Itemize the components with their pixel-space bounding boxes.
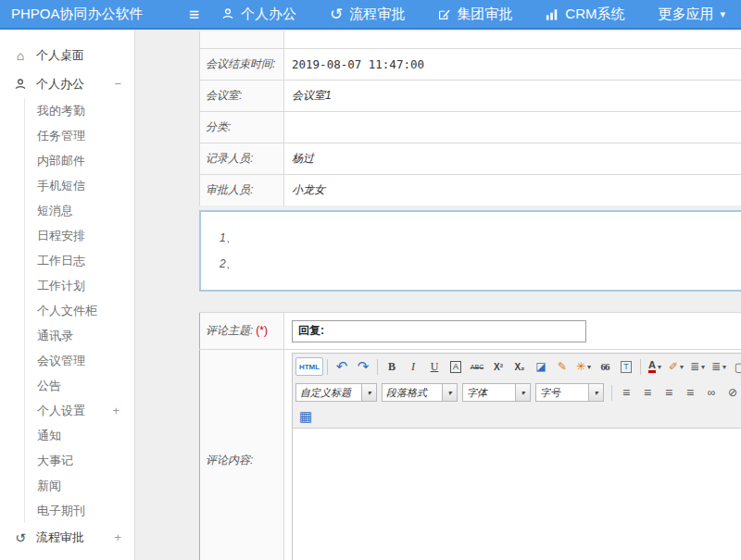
align-center-icon-glyph: ≡	[644, 385, 651, 400]
chevron-down-icon: ▾	[589, 383, 604, 402]
sidebar-item-my-attendance[interactable]: 我的考勤	[25, 98, 134, 123]
collapse-icon[interactable]: −	[114, 77, 125, 91]
row-label: 分类:	[200, 112, 284, 143]
comment-form-table: 评论主题:(*) 评论内容: HTML↶↷BIUAABCX²X₂◪✎✳▾66TA…	[199, 312, 741, 560]
new-page-icon[interactable]: ▢	[730, 357, 741, 376]
nav-personal-office[interactable]: 个人办公	[221, 6, 296, 23]
unordered-list-icon[interactable]: ≣▾	[709, 357, 729, 376]
superscript-icon[interactable]: X²	[488, 357, 509, 376]
sidebar-item-personal-desktop[interactable]: ⌂个人桌面	[0, 41, 134, 69]
sidebar-item-process-approval[interactable]: ↺流程审批+	[0, 523, 134, 552]
sidebar-item-work-plan[interactable]: 工作计划	[25, 273, 134, 298]
toolbar-separator	[611, 385, 612, 401]
subscript-icon-glyph: X₂	[514, 362, 524, 372]
redo-icon-glyph: ↷	[358, 358, 370, 375]
undo-icon-glyph: ↶	[336, 358, 348, 375]
sidebar-item-announcement[interactable]: 公告	[25, 373, 134, 398]
insert-table-icon-glyph: ▦	[299, 408, 312, 425]
sidebar-item-memorabilia[interactable]: 大事记	[25, 448, 134, 473]
insert-table-icon[interactable]: ▦	[295, 407, 316, 426]
app-window: PHPOA协同办公软件 ≡ 个人办公↺流程审批集团审批CRM系统更多应用▾ ⌂个…	[0, 0, 741, 560]
font-family-select-label: 字体	[462, 383, 516, 402]
nav-process-approval[interactable]: ↺流程审批	[330, 6, 405, 23]
paste-text-icon[interactable]: T	[616, 357, 636, 376]
format-painter-icon-glyph: ✎	[558, 360, 567, 373]
sidebar-item-internal-mail[interactable]: 内部邮件	[25, 148, 134, 173]
row-value: 2019-08-07 11:47:00	[284, 49, 741, 81]
blockquote-icon[interactable]: 66	[595, 357, 615, 376]
sidebar-item-schedule[interactable]: 日程安排	[25, 223, 134, 248]
underline-icon[interactable]: U	[424, 357, 445, 376]
align-right-icon[interactable]: ≡	[659, 383, 679, 402]
align-left-icon[interactable]: ≡	[616, 383, 636, 402]
strikethrough-icon[interactable]: ABC	[467, 357, 487, 376]
expand-icon[interactable]: +	[114, 530, 125, 544]
nav-group-approval[interactable]: 集团审批	[438, 6, 512, 23]
sidebar-item-work-log[interactable]: 工作日志	[25, 248, 134, 273]
main-content: 会议结束时间:2019-08-07 11:47:00会议室:会议室1分类:记录人…	[135, 30, 741, 560]
nav-crm-system[interactable]: CRM系统	[546, 6, 624, 23]
sidebar-item-notification[interactable]: 通知	[25, 423, 134, 448]
topbar: PHPOA协同办公软件 ≡ 个人办公↺流程审批集团审批CRM系统更多应用▾	[0, 0, 741, 30]
sidebar-item-work-plan-label: 工作计划	[37, 278, 85, 294]
align-center-icon[interactable]: ≡	[637, 383, 658, 402]
font-color-icon-glyph: A	[648, 360, 656, 373]
highlight-color-icon[interactable]: ✐▾	[666, 357, 686, 376]
chevron-down-icon: ▾	[516, 383, 531, 402]
sidebar-item-meeting-management[interactable]: 会议管理	[25, 348, 134, 373]
sidebar-item-mobile-sms-label: 手机短信	[37, 178, 85, 194]
history-icon: ↺	[13, 531, 28, 544]
sidebar-item-short-message-label: 短消息	[37, 203, 73, 219]
remove-link-icon[interactable]: ⊘	[722, 383, 741, 402]
table-row: 记录人员:杨过	[200, 143, 741, 175]
html-source-button[interactable]: HTML	[295, 357, 323, 376]
sidebar-item-e-journal-label: 电子期刊	[37, 503, 85, 519]
sidebar-item-e-journal[interactable]: 电子期刊	[25, 498, 134, 523]
undo-icon[interactable]: ↶	[332, 357, 352, 376]
editor-content-area[interactable]	[293, 428, 741, 560]
font-border-icon[interactable]: A	[446, 357, 466, 376]
sidebar-item-personal-file-cabinet[interactable]: 个人文件柜	[25, 298, 134, 323]
custom-title-select-label: 自定义标题	[295, 383, 362, 402]
font-size-select[interactable]: 字号▾	[535, 383, 604, 402]
hamburger-menu-icon[interactable]: ≡	[189, 6, 199, 23]
sidebar-item-news[interactable]: 新闻	[25, 473, 134, 498]
nav-more-apps[interactable]: 更多应用▾	[659, 6, 726, 23]
font-family-select[interactable]: 字体▾	[462, 383, 531, 402]
sidebar-item-notification-label: 通知	[37, 428, 61, 444]
nav-personal-office-label: 个人办公	[241, 6, 296, 23]
comment-subject-label: 评论主题:	[206, 324, 253, 337]
align-justify-icon[interactable]: ≡	[680, 383, 700, 402]
auto-typeset-icon[interactable]: ✳▾	[573, 357, 594, 376]
sidebar-item-personal-file-cabinet-label: 个人文件柜	[37, 303, 97, 319]
eraser-icon[interactable]: ◪	[531, 357, 551, 376]
insert-link-icon[interactable]: ∞	[701, 383, 722, 402]
editor-toolbar-row-2: 自定义标题▾段落格式▾字体▾字号▾≡≡≡≡∞⊘	[293, 380, 741, 405]
comment-subject-row: 评论主题:(*)	[200, 313, 741, 350]
sidebar-item-mobile-sms[interactable]: 手机短信	[25, 173, 134, 198]
ordered-list-icon[interactable]: ≣▾	[687, 357, 708, 376]
history-icon: ↺	[330, 6, 343, 22]
sidebar-submenu: 我的考勤任务管理内部邮件手机短信短消息日程安排工作日志工作计划个人文件柜通讯录会…	[24, 98, 134, 523]
editor-toolbar-row-1: HTML↶↷BIUAABCX²X₂◪✎✳▾66TA▾✐▾≣▾≣▾▢▣	[293, 354, 741, 380]
comment-subject-input[interactable]	[292, 320, 586, 342]
custom-title-select[interactable]: 自定义标题▾	[295, 383, 377, 402]
sidebar-item-short-message[interactable]: 短消息	[25, 198, 134, 223]
format-painter-icon[interactable]: ✎	[552, 357, 572, 376]
paragraph-format-select[interactable]: 段落格式▾	[382, 383, 458, 402]
sidebar-item-personal-settings[interactable]: 个人设置+	[25, 398, 134, 423]
subscript-icon[interactable]: X₂	[509, 357, 530, 376]
sidebar-item-my-attendance-label: 我的考勤	[37, 103, 85, 119]
expand-icon[interactable]: +	[112, 404, 123, 417]
chevron-down-icon: ▾	[722, 363, 726, 371]
font-color-icon[interactable]: A▾	[645, 357, 665, 376]
strikethrough-icon-glyph: ABC	[471, 364, 484, 370]
sidebar-item-task-management[interactable]: 任务管理	[25, 123, 134, 148]
sidebar-item-internal-mail-label: 内部邮件	[37, 153, 85, 169]
sidebar-item-personal-office[interactable]: 个人办公−	[0, 69, 134, 98]
highlight-color-icon-glyph: ✐	[669, 360, 678, 373]
italic-icon[interactable]: I	[403, 357, 423, 376]
bold-icon[interactable]: B	[382, 357, 402, 376]
redo-icon[interactable]: ↷	[353, 357, 373, 376]
sidebar-item-address-book[interactable]: 通讯录	[25, 323, 134, 348]
